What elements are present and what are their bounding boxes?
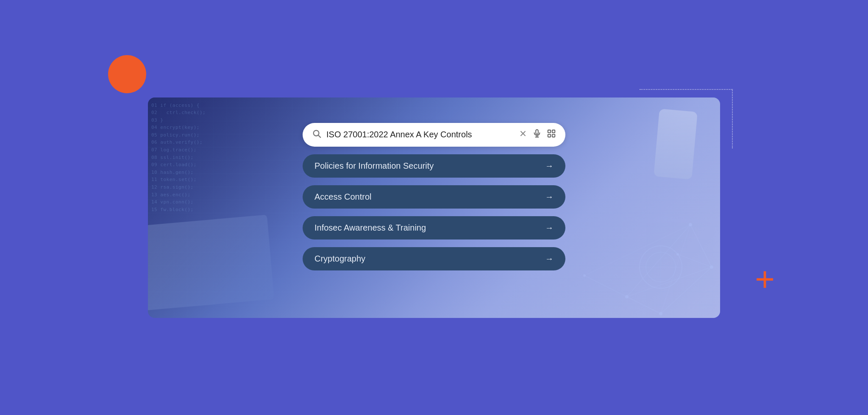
suggestion-label-0: Policies for Information Security [314,161,434,171]
search-input-value: ISO 27001:2022 Annex A Key Controls [326,130,514,139]
search-clear-button[interactable] [519,129,527,140]
orange-circle-decoration [108,55,146,93]
svg-rect-27 [552,130,555,133]
suggestion-arrow-2: → [545,223,554,233]
svg-line-20 [318,135,320,137]
main-card-wrapper: 01 if (access) { 02 ctrl.check(); 03 } 0… [148,97,720,318]
svg-line-3 [627,297,661,314]
suggestion-item-2[interactable]: Infosec Awareness & Training → [303,216,565,240]
svg-rect-28 [548,134,551,137]
suggestion-arrow-1: → [545,192,554,202]
svg-point-12 [659,312,662,315]
suggestion-arrow-0: → [545,161,554,171]
svg-rect-29 [552,134,555,137]
svg-line-6 [584,276,627,297]
svg-rect-23 [536,129,538,134]
suggestion-label-3: Cryptography [314,254,365,264]
voice-search-button[interactable] [532,129,542,141]
svg-point-13 [583,274,586,277]
image-search-button[interactable] [547,129,556,140]
suggestion-label-1: Access Control [314,192,372,202]
svg-rect-26 [548,130,551,133]
search-bar[interactable]: ISO 27001:2022 Annex A Key Controls [303,123,565,147]
content-card: 01 if (access) { 02 ctrl.check(); 03 } 0… [148,97,720,318]
suggestion-item-3[interactable]: Cryptography → [303,247,565,270]
suggestion-label-2: Infosec Awareness & Training [314,223,426,233]
suggestion-arrow-3: → [545,254,554,264]
orange-plus-decoration: + [755,262,775,296]
suggestion-item-1[interactable]: Access Control → [303,185,565,209]
card-content: ISO 27001:2022 Annex A Key Controls [148,97,720,270]
suggestion-item-0[interactable]: Policies for Information Security → [303,154,565,178]
search-icon [312,129,321,140]
svg-point-9 [625,295,629,298]
